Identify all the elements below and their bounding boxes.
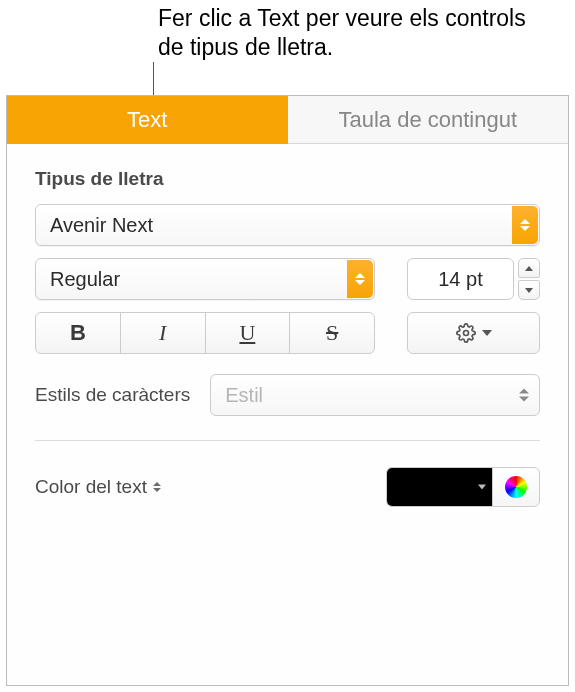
text-color-label: Color del text (35, 476, 147, 498)
font-style-popup[interactable]: Regular (35, 258, 375, 300)
text-color-controls (386, 467, 540, 507)
character-styles-value: Estil (225, 384, 263, 407)
advanced-options-popup[interactable] (407, 312, 540, 354)
character-styles-popup[interactable]: Estil (210, 374, 540, 416)
popup-arrows-icon (153, 482, 161, 492)
font-size-control: 14 pt (407, 258, 540, 300)
font-section-label: Tipus de lletra (35, 168, 540, 190)
section-divider (35, 440, 540, 441)
tab-text[interactable]: Text (7, 96, 288, 144)
svg-point-0 (463, 331, 468, 336)
font-style-value: Regular (50, 268, 120, 291)
text-color-popup-label[interactable]: Color del text (35, 476, 161, 498)
strikethrough-button[interactable]: S (290, 313, 374, 353)
font-size-increase[interactable] (518, 258, 540, 278)
font-size-decrease[interactable] (518, 280, 540, 300)
gear-icon (456, 323, 476, 343)
popup-arrow-icon (347, 260, 373, 298)
format-panel: Text Taula de contingut Tipus de lletra … (6, 95, 569, 686)
panel-tabs: Text Taula de contingut (7, 96, 568, 144)
font-size-stepper (518, 258, 540, 300)
font-size-field[interactable]: 14 pt (407, 258, 514, 300)
bold-button[interactable]: B (36, 313, 121, 353)
popup-arrow-icon (512, 206, 538, 244)
font-family-value: Avenir Next (50, 214, 153, 237)
underline-button[interactable]: U (206, 313, 291, 353)
color-wheel-icon (505, 476, 527, 498)
callout-text: Fer clic a Text per veure els controls d… (158, 4, 538, 62)
tab-table-of-contents[interactable]: Taula de contingut (288, 96, 569, 144)
italic-button[interactable]: I (121, 313, 206, 353)
popup-arrows-icon (519, 389, 529, 402)
panel-content: Tipus de lletra Avenir Next Regular 14 p… (7, 144, 568, 531)
font-family-popup[interactable]: Avenir Next (35, 204, 540, 246)
chevron-down-icon (482, 330, 492, 336)
character-styles-label: Estils de caràcters (35, 384, 190, 406)
text-format-segmented: B I U S (35, 312, 375, 354)
color-picker-button[interactable] (493, 468, 539, 506)
text-color-swatch[interactable] (387, 468, 493, 506)
